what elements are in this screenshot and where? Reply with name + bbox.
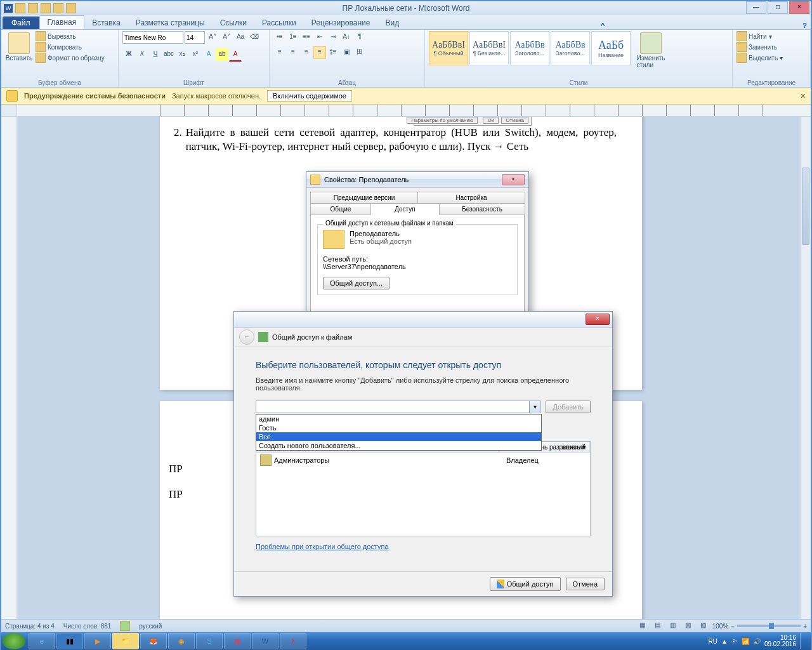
tab-references[interactable]: Ссылки [213,17,254,29]
dropdown-item[interactable]: админ [256,415,541,423]
multilevel-icon[interactable]: ≡≡ [300,31,313,44]
troubleshoot-link[interactable]: Проблемы при открытии общего доступа [256,543,389,550]
spell-check-icon[interactable] [120,621,130,631]
change-styles-button[interactable]: Изменить стили [633,31,669,69]
sort-icon[interactable]: A↓ [340,31,353,44]
subscript-button[interactable]: x₂ [176,48,188,61]
style-normal[interactable]: АаБбВвІ¶ Обычный [429,31,468,65]
dialog-titlebar[interactable]: Свойства: Преподаватель × [306,172,528,188]
share-button[interactable]: Общий доступ... [323,277,390,289]
justify-icon[interactable]: ≡ [313,46,326,59]
tray-icon[interactable]: ▲ [721,638,728,645]
style-no-spacing[interactable]: АаБбВвІ¶ Без инте... [469,31,509,65]
user-input[interactable] [256,401,540,413]
tab-sharing[interactable]: Доступ [370,203,440,215]
taskbar-ie[interactable]: e [29,633,55,649]
qat-icon[interactable] [53,3,63,13]
grow-font-icon[interactable]: A˄ [206,31,219,44]
font-name-input[interactable] [122,31,183,44]
security-close-icon[interactable]: × [801,91,806,101]
enable-content-button[interactable]: Включить содержимое [267,90,352,102]
show-desktop-button[interactable] [800,633,806,649]
minimize-button[interactable]: — [746,1,766,14]
find-button[interactable]: Найти ▾ [737,31,783,41]
undo-icon[interactable] [28,3,38,13]
language-indicator[interactable]: русский [139,623,162,630]
add-button[interactable]: Добавить [546,401,591,413]
copy-button[interactable]: Копировать [36,42,105,52]
change-case-icon[interactable]: Aa [234,31,247,44]
paste-button[interactable]: Вставить [5,31,33,62]
taskbar-app[interactable]: ▦ [224,633,251,649]
replace-button[interactable]: Заменить [737,42,783,52]
cancel-button[interactable]: Отмена [566,578,605,590]
style-gallery[interactable]: АаБбВвІ¶ Обычный АаБбВвІ¶ Без инте... Аа… [429,31,631,65]
tab-customize[interactable]: Настройка [417,192,525,204]
dialog-close-button[interactable]: × [586,314,610,325]
underline-button[interactable]: Ч [149,48,162,61]
dialog-close-button[interactable]: × [502,174,525,185]
tab-general[interactable]: Общие [310,203,371,215]
view-print-layout-icon[interactable]: ▦ [636,620,649,632]
cut-button[interactable]: Вырезать [36,31,105,41]
taskbar-skype[interactable]: S [196,633,223,649]
vertical-ruler[interactable] [1,117,17,620]
close-button[interactable]: × [789,1,809,14]
ribbon-minimize-icon[interactable]: ^ [601,22,605,29]
tab-page-layout[interactable]: Разметка страницы [128,17,213,29]
style-heading1[interactable]: АаБбВвЗаголово... [510,31,549,65]
align-right-icon[interactable]: ≡ [300,46,313,59]
format-painter-button[interactable]: Формат по образцу [36,53,105,63]
zoom-out-button[interactable]: − [731,623,735,630]
tab-view[interactable]: Вид [377,17,407,29]
superscript-button[interactable]: x² [189,48,202,61]
borders-icon[interactable]: 田 [353,46,366,59]
scroll-thumb[interactable] [802,168,809,245]
text-effect-icon[interactable]: A [202,48,215,61]
clock[interactable]: 10:16 09.02.2016 [764,635,796,647]
tab-security[interactable]: Безопасность [439,203,525,215]
vertical-scrollbar[interactable] [800,117,811,620]
taskbar-firefox[interactable]: 🦊 [140,633,167,649]
dialog-titlebar[interactable]: × [234,312,612,328]
decrease-indent-icon[interactable]: ⇤ [313,31,326,44]
network-icon[interactable]: 📶 [742,638,749,645]
numbering-icon[interactable]: 1≡ [287,31,299,44]
font-color-icon[interactable]: A [229,48,242,62]
zoom-in-button[interactable]: + [803,623,807,630]
page-indicator[interactable]: Страница: 4 из 4 [5,623,55,630]
bullets-icon[interactable]: •≡ [273,31,286,44]
line-spacing-icon[interactable]: ‡≡ [327,46,339,59]
bold-button[interactable]: Ж [122,48,135,61]
language-indicator[interactable]: RU [709,638,717,645]
start-button[interactable] [3,633,25,649]
strike-button[interactable]: abc [162,48,175,61]
taskbar-aimp[interactable]: ◉ [168,633,195,649]
font-size-input[interactable] [185,31,205,44]
volume-icon[interactable]: 🔊 [753,638,761,645]
view-outline-icon[interactable]: ▧ [682,620,695,632]
tab-previous-versions[interactable]: Предыдущие версии [310,192,418,204]
taskbar-libraries[interactable]: ▮▮ [56,633,83,649]
style-title[interactable]: АаБбНазвание [591,31,631,65]
style-heading2[interactable]: АаБбВвЗаголово... [551,31,590,65]
qat-icon[interactable] [66,3,76,13]
shrink-font-icon[interactable]: A˅ [220,31,233,44]
horizontal-ruler[interactable] [1,105,811,117]
taskbar-explorer[interactable]: 📁 [112,633,139,649]
align-center-icon[interactable]: ≡ [287,46,299,59]
redo-icon[interactable] [41,3,51,13]
view-web-icon[interactable]: ▥ [667,620,679,632]
user-combo[interactable]: ▼ админ Гость Все Создать нового пользов… [256,401,540,413]
align-left-icon[interactable]: ≡ [273,46,286,59]
tray-icon[interactable]: 🏳 [731,638,738,645]
taskbar-word[interactable]: W [252,633,278,649]
help-icon[interactable]: ? [802,22,807,29]
zoom-slider[interactable] [737,625,801,627]
dropdown-item-selected[interactable]: Все [256,432,541,441]
file-tab[interactable]: Файл [3,17,39,29]
italic-button[interactable]: К [136,48,148,61]
tab-mailings[interactable]: Рассылки [254,17,304,29]
clear-format-icon[interactable]: ⌫ [248,31,261,44]
paragraph-text[interactable]: Найдите в вашей сети сетевой адаптер, ко… [186,126,617,154]
